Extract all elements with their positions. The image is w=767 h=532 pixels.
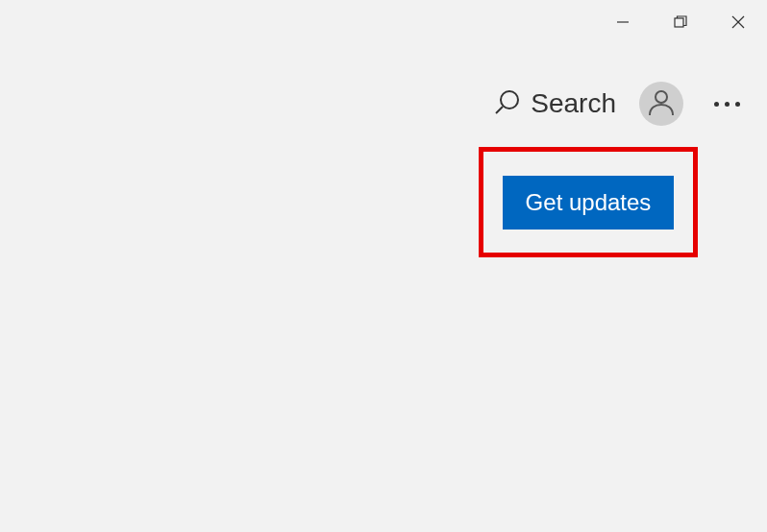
svg-point-4 [501,91,518,109]
search-label: Search [531,88,616,119]
minimize-button[interactable] [594,0,652,48]
person-icon [647,87,676,120]
user-avatar[interactable] [639,82,683,126]
ellipsis-icon [735,102,740,107]
more-button[interactable] [706,94,748,114]
highlight-annotation: Get updates [479,147,698,257]
minimize-icon [616,15,630,33]
search-button[interactable]: Search [494,88,616,119]
svg-line-5 [496,107,503,113]
svg-point-6 [656,91,667,103]
maximize-button[interactable] [652,0,709,48]
window-controls [594,0,767,48]
svg-rect-1 [675,18,683,27]
ellipsis-icon [714,102,719,107]
close-icon [731,15,745,33]
search-icon [494,88,521,119]
toolbar: Search [494,82,748,126]
maximize-icon [674,15,687,33]
ellipsis-icon [725,102,730,107]
close-button[interactable] [709,0,767,48]
get-updates-button[interactable]: Get updates [503,176,675,230]
